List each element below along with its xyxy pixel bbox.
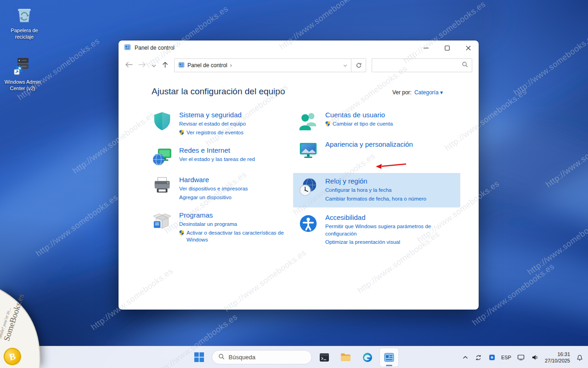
category-link[interactable]: Activar o desactivar las características… — [179, 230, 298, 244]
server-shortcut-icon — [12, 55, 33, 77]
tray-sync-icon[interactable] — [474, 353, 483, 362]
category-link[interactable]: Cambiar el tipo de cuenta — [325, 121, 393, 128]
uac-shield-icon — [325, 121, 330, 126]
category-title[interactable]: Programas — [179, 211, 298, 219]
control-panel-icon — [124, 44, 131, 52]
category-title[interactable]: Accesibilidad — [325, 213, 454, 221]
uac-shield-icon — [179, 130, 184, 135]
categories-left-column: Sistema y seguridad Revisar el estado de… — [152, 110, 298, 256]
category-link[interactable]: Agregar un dispositivo — [179, 194, 248, 201]
desktop-icon-label: Papelera de reciclaje — [5, 28, 44, 40]
terminal-icon — [319, 352, 330, 363]
taskbar-app-edge[interactable] — [358, 348, 377, 367]
edge-browser-icon — [362, 352, 373, 363]
view-by-control[interactable]: Ver por: Categoría ▾ — [392, 89, 443, 96]
address-dropdown-chevron-icon[interactable] — [343, 62, 347, 69]
view-by-label: Ver por: — [392, 89, 412, 96]
desktop-icon-recycle-bin[interactable]: Papelera de reciclaje — [5, 5, 44, 40]
window-title: Panel de control — [135, 45, 175, 51]
tray-app-icon[interactable] — [488, 353, 496, 362]
programs-box-icon[interactable] — [152, 211, 173, 232]
recycle-bin-icon — [15, 5, 34, 26]
category-appearance-personalization: Apariencia y personalización — [298, 140, 460, 161]
clock-region-icon[interactable] — [298, 177, 319, 198]
back-button[interactable] — [125, 61, 133, 69]
tray-date: 27/10/2025 — [545, 357, 570, 364]
minimize-button[interactable] — [415, 40, 436, 55]
breadcrumb[interactable]: Panel de control › — [174, 58, 351, 72]
category-link[interactable]: Cambiar formatos de fecha, hora o número — [325, 196, 426, 203]
control-panel-icon — [384, 352, 395, 363]
category-link[interactable]: Configurar la hora y la fecha — [325, 187, 426, 194]
taskbar-app-control-panel[interactable] — [380, 348, 398, 367]
windows-logo-icon — [194, 352, 204, 362]
category-title[interactable]: Redes e Internet — [179, 146, 255, 154]
network-internet-icon[interactable] — [152, 146, 173, 167]
taskbar: Búsqueda ESP 16:31 27/10/2 — [0, 346, 588, 368]
up-button[interactable] — [162, 61, 169, 70]
category-link[interactable]: Ver dispositivos e impresoras — [179, 185, 248, 193]
control-panel-search-input[interactable] — [376, 62, 462, 69]
control-panel-content: Ajustar la configuración del equipo Ver … — [119, 75, 479, 310]
appearance-monitor-icon[interactable] — [298, 140, 319, 161]
user-accounts-icon[interactable] — [298, 110, 319, 132]
notifications-bell-icon[interactable] — [575, 353, 584, 362]
category-link[interactable]: Ver registros de eventos — [179, 129, 246, 137]
category-network-internet: Redes e Internet Ver el estado y las tar… — [152, 146, 298, 167]
breadcrumb-separator[interactable]: › — [230, 62, 232, 69]
recent-pages-chevron-icon[interactable] — [152, 61, 156, 69]
control-panel-window: Panel de control Panel de control — [119, 40, 479, 310]
category-link[interactable]: Optimizar la presentación visual — [325, 239, 454, 246]
page-title: Ajustar la configuración del equipo — [152, 86, 285, 97]
volume-icon[interactable] — [531, 353, 540, 362]
category-title[interactable]: Reloj y región — [325, 177, 426, 185]
clock[interactable]: 16:31 27/10/2025 — [545, 351, 570, 364]
category-link[interactable]: Revisar el estado del equipo — [179, 121, 246, 128]
refresh-button[interactable] — [351, 58, 366, 72]
category-title[interactable]: Cuentas de usuario — [325, 111, 393, 119]
category-accessibility: Accesibilidad Permitir que Windows sugie… — [298, 213, 460, 247]
forward-button[interactable] — [138, 61, 146, 69]
category-title[interactable]: Hardware — [179, 176, 248, 184]
uac-shield-icon — [179, 230, 184, 236]
taskbar-search[interactable]: Búsqueda — [212, 350, 312, 364]
categories-right-column: Cuentas de usuario Cambiar el tipo de cu… — [298, 110, 460, 256]
desktop-icon-windows-admin-center[interactable]: Windows Admin Center (v2) — [3, 55, 42, 92]
category-system-security: Sistema y seguridad Revisar el estado de… — [152, 110, 298, 138]
taskbar-app-file-explorer[interactable] — [337, 348, 355, 367]
control-panel-search[interactable] — [372, 58, 472, 72]
desktop-icon-label: Windows Admin Center (v2) — [3, 79, 42, 92]
navigation-bar: Panel de control › — [119, 55, 479, 75]
taskbar-app-terminal[interactable] — [315, 348, 334, 367]
category-programs: Programas Desinstalar un programa Activa… — [152, 211, 298, 245]
desktop: Papelera de reciclaje Windows Admin Cent… — [0, 0, 588, 368]
category-title[interactable]: Apariencia y personalización — [325, 140, 413, 148]
taskbar-search-placeholder: Búsqueda — [229, 354, 256, 361]
category-link[interactable]: Permitir que Windows sugiera parámetros … — [325, 223, 454, 237]
start-button[interactable] — [190, 348, 209, 367]
search-icon — [218, 353, 225, 361]
view-by-caret-icon[interactable]: ▾ — [440, 89, 443, 96]
tray-time: 16:31 — [557, 351, 570, 357]
breadcrumb-root[interactable]: Panel de control — [187, 62, 227, 69]
system-tray: ESP 16:31 27/10/2025 — [462, 346, 584, 368]
category-clock-region: Reloj y región Configurar la hora y la f… — [293, 173, 460, 207]
system-security-shield-icon[interactable] — [152, 110, 173, 132]
window-titlebar[interactable]: Panel de control — [119, 40, 479, 55]
network-icon[interactable] — [516, 353, 526, 362]
folder-icon — [340, 351, 351, 363]
show-hidden-icons-chevron-icon[interactable] — [462, 355, 469, 360]
view-by-value[interactable]: Categoría — [414, 89, 439, 96]
category-user-accounts: Cuentas de usuario Cambiar el tipo de cu… — [298, 110, 460, 132]
printer-icon[interactable] — [152, 175, 173, 196]
category-title[interactable]: Sistema y seguridad — [179, 111, 246, 119]
category-link[interactable]: Ver el estado y las tareas de red — [179, 156, 255, 163]
language-indicator[interactable]: ESP — [501, 355, 511, 360]
search-icon[interactable] — [462, 61, 468, 69]
category-hardware: Hardware Ver dispositivos e impresoras A… — [152, 175, 298, 202]
close-button[interactable] — [458, 40, 479, 55]
maximize-button[interactable] — [436, 40, 458, 55]
accessibility-icon[interactable] — [298, 213, 319, 234]
control-panel-icon — [178, 62, 185, 69]
category-link[interactable]: Desinstalar un programa — [179, 221, 298, 228]
